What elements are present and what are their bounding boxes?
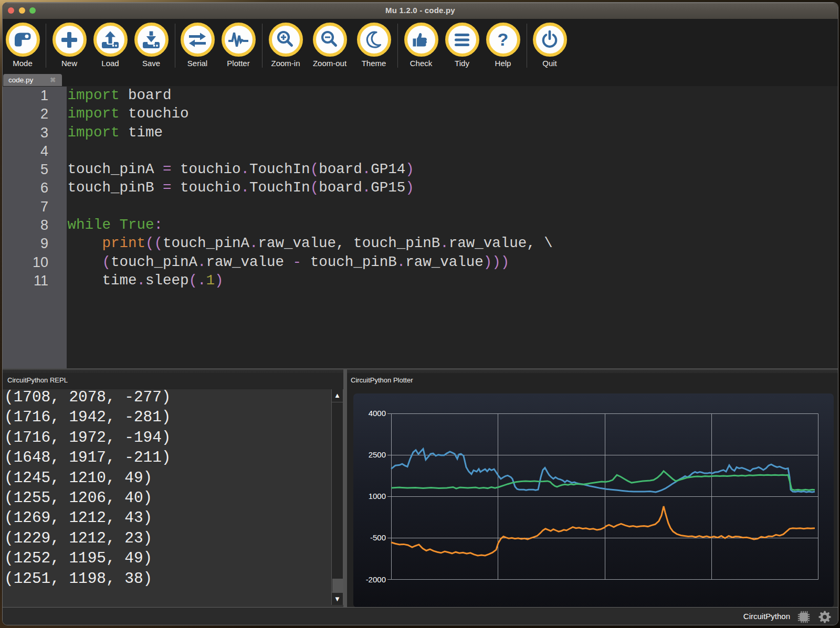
- svg-text:?: ?: [498, 29, 509, 49]
- svg-text:2500: 2500: [369, 450, 386, 459]
- svg-text:-2000: -2000: [366, 575, 386, 584]
- svg-text:4000: 4000: [369, 409, 386, 418]
- svg-text:1000: 1000: [369, 492, 386, 501]
- svg-text:-500: -500: [370, 533, 386, 542]
